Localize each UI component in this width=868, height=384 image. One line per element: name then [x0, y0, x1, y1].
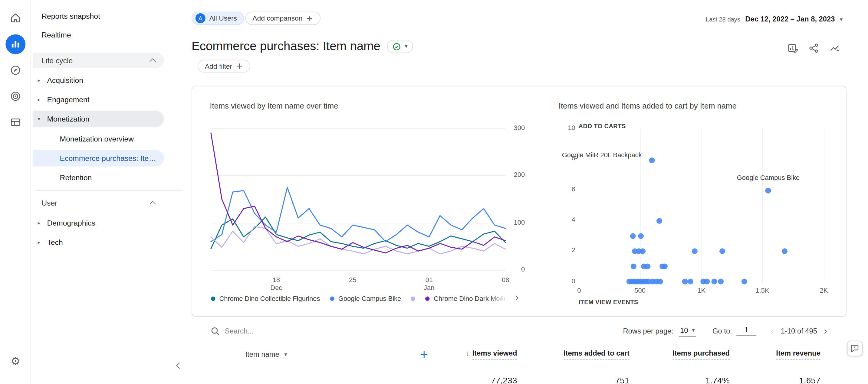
sidebar-item-tech[interactable]: ▸Tech	[33, 234, 164, 251]
expand-arrow-icon: ▸	[37, 77, 45, 83]
y-tick: 6	[553, 185, 575, 193]
line-chart-title: Items viewed by Item name over time	[210, 101, 338, 110]
x-tick: 1.5K	[750, 287, 774, 294]
y-tick: 100	[503, 219, 525, 226]
legend-item[interactable]: Chrome Dino Collectible Figurines	[211, 295, 320, 303]
chevron-down-icon: ▾	[692, 327, 694, 333]
reports-sidebar: Reports snapshot Realtime Life cycle ▸Ac…	[31, 0, 191, 384]
table-pagination-controls: Rows per page: 10▾ Go to: ‹ 1-10 of 495 …	[623, 323, 827, 338]
legend-item[interactable]: Chrome Dino Dark Mode	[426, 295, 505, 303]
home-icon[interactable]	[9, 11, 22, 24]
sidebar-divider	[35, 49, 183, 49]
sidebar-item-monetization-overview[interactable]: Monetization overview	[33, 131, 164, 147]
column-header-item-revenue[interactable]: Item revenue	[710, 349, 820, 357]
settings-gear-icon[interactable]: ⚙	[9, 355, 22, 367]
column-header-items-viewed[interactable]: ↓Items viewed	[410, 349, 517, 357]
pagination-range: 1-10 of 495	[781, 326, 817, 335]
legend-prev-icon[interactable]: ‹	[500, 292, 503, 303]
y-tick: 300	[503, 124, 525, 132]
next-page-icon[interactable]: ›	[824, 326, 827, 336]
chevron-down-icon: ▾	[840, 16, 843, 22]
add-filter-chip[interactable]: Add filter	[198, 60, 250, 73]
totals-item-revenue: 1,657	[710, 376, 820, 384]
plus-icon	[306, 14, 314, 22]
column-header-item-name[interactable]: Item name ▾	[245, 350, 287, 358]
line-chart-plot	[211, 128, 505, 270]
legend-dot	[426, 296, 430, 301]
x-tick: 08	[493, 276, 518, 284]
sidebar-item-retention[interactable]: Retention	[33, 169, 164, 186]
x-tick: 0	[567, 287, 591, 294]
goto-label: Go to:	[712, 326, 732, 335]
y-tick: 0	[503, 266, 525, 273]
charts-card: Items viewed by Item name over time 300 …	[192, 86, 846, 317]
table-search	[210, 323, 402, 338]
sidebar-item-demographics[interactable]: ▸Demographics	[33, 215, 164, 231]
feedback-bubble-icon	[850, 344, 859, 353]
legend-next-icon[interactable]: ›	[516, 292, 519, 303]
feedback-button[interactable]	[847, 341, 863, 356]
legend-item[interactable]	[411, 296, 415, 301]
search-input[interactable]	[225, 326, 402, 335]
scatter-chart-title: Items viewed and Items added to cart by …	[559, 101, 737, 110]
x-tick: 500	[628, 287, 652, 294]
reports-icon[interactable]	[5, 34, 25, 54]
collapse-section-chevron-icon[interactable]	[150, 201, 156, 207]
sort-descending-icon: ↓	[466, 349, 469, 357]
customize-report-icon[interactable]	[786, 41, 800, 55]
expand-arrow-icon: ▸	[37, 97, 45, 102]
expand-arrow-icon: ▸	[37, 220, 45, 225]
sidebar-item-monetization[interactable]: ▾Monetization	[33, 111, 164, 127]
chart-legend: Chrome Dino Collectible Figurines Google…	[211, 295, 504, 303]
data-quality-badge[interactable]: ▾	[387, 40, 413, 53]
x-axis-label: ITEM VIEW EVENTS	[579, 299, 638, 305]
date-range-picker[interactable]: Last 28 days Dec 12, 2022 – Jan 8, 2023 …	[706, 15, 843, 23]
sidebar-item-engagement[interactable]: ▸Engagement	[33, 91, 164, 108]
sidebar-item-acquisition[interactable]: ▸Acquisition	[33, 72, 164, 89]
sidebar-item-ecommerce-purchases[interactable]: Ecommerce purchases: Ite…	[33, 150, 164, 167]
insights-icon[interactable]	[828, 41, 842, 55]
goto-page-input[interactable]	[736, 326, 756, 336]
share-icon[interactable]	[807, 41, 820, 55]
collapse-sidebar-icon[interactable]	[176, 362, 183, 369]
add-comparison-chip[interactable]: Add comparison	[245, 11, 320, 25]
all-users-chip[interactable]: A All Users	[192, 11, 244, 25]
analytics-app: ⚙ Reports snapshot Realtime Life cycle ▸…	[0, 0, 868, 384]
x-tick: 2K	[812, 287, 836, 294]
explore-icon[interactable]	[9, 64, 22, 76]
chevron-down-icon: ▾	[284, 352, 287, 357]
totals-items-viewed: 77,233	[410, 376, 517, 384]
sidebar-divider	[35, 190, 183, 191]
sidebar-section-life-cycle[interactable]: Life cycle	[33, 53, 164, 68]
x-tick: 1K	[689, 287, 713, 294]
collapse-arrow-icon: ▾	[37, 116, 45, 121]
plus-icon	[236, 63, 243, 70]
point-annotation: Google MiiR 20L Backpack	[562, 151, 642, 159]
collapse-section-chevron-icon[interactable]	[150, 58, 156, 65]
sidebar-item-reports-snapshot[interactable]: Reports snapshot	[33, 8, 164, 25]
library-icon[interactable]	[9, 116, 22, 128]
legend-dot	[411, 296, 415, 301]
y-tick: 10	[553, 124, 575, 132]
advertising-icon[interactable]	[9, 90, 22, 102]
legend-dot	[330, 296, 334, 301]
rows-per-page-select[interactable]: 10▾	[679, 325, 696, 337]
report-actions	[786, 41, 842, 55]
check-circle-icon	[393, 42, 401, 50]
column-header-items-added-to-cart[interactable]: Items added to cart	[519, 349, 629, 357]
y-tick: 2	[553, 246, 575, 254]
prev-page-icon[interactable]: ‹	[771, 326, 774, 336]
x-tick: 25	[340, 276, 365, 284]
chevron-down-icon: ▾	[405, 44, 407, 49]
rows-per-page-label: Rows per page:	[623, 326, 673, 335]
y-tick: 200	[503, 171, 525, 179]
app-rail: ⚙	[0, 0, 31, 384]
totals-items-added-to-cart: 751	[519, 376, 629, 384]
report-title-row: Ecommerce purchases: Item name ▾	[192, 39, 413, 54]
avatar: A	[195, 13, 206, 23]
expand-arrow-icon: ▸	[37, 240, 45, 245]
page-title: Ecommerce purchases: Item name	[192, 39, 380, 54]
sidebar-item-realtime[interactable]: Realtime	[33, 27, 164, 43]
sidebar-section-user[interactable]: User	[33, 195, 164, 211]
legend-item[interactable]: Google Campus Bike	[330, 295, 401, 303]
